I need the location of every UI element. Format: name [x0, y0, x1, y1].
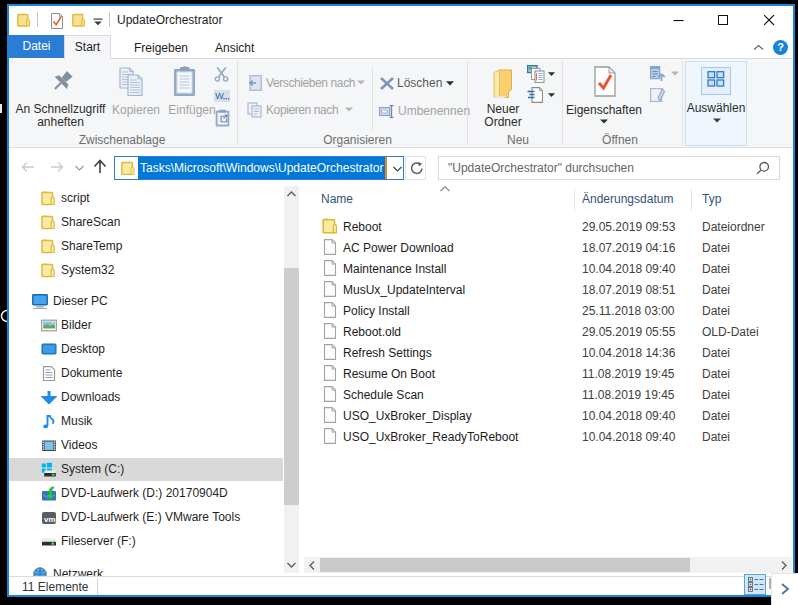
svg-text:W: W	[215, 91, 224, 101]
